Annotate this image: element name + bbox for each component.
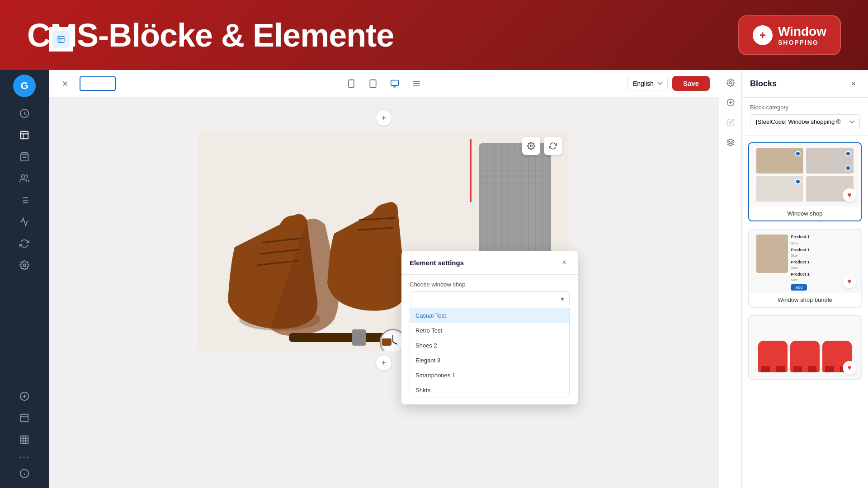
modal-close-btn[interactable]: ×	[559, 257, 570, 268]
heart-btn-2[interactable]: ♥	[843, 275, 856, 288]
device-icons-group	[343, 75, 425, 92]
dropdown-item-retro[interactable]: Retro Test	[410, 323, 569, 338]
blocks-title: Blocks	[750, 79, 777, 89]
blocks-panel: Blocks Block category [SteelCode] Window…	[741, 70, 868, 488]
blocks-category-section: Block category [SteelCode] Window shoppi…	[742, 98, 868, 136]
right-panel-icons	[719, 70, 741, 488]
dropdown-item-casual[interactable]: Casual Test	[410, 308, 569, 323]
svg-point-76	[530, 145, 533, 147]
save-button[interactable]: Save	[672, 76, 710, 91]
ws-logo: + Window SHOPPING	[738, 15, 841, 55]
add-row-bottom[interactable]	[376, 355, 392, 371]
svg-rect-72	[470, 139, 472, 202]
device-tablet[interactable]	[365, 75, 381, 92]
svg-rect-15	[21, 436, 28, 444]
svg-point-79	[729, 82, 731, 84]
rp-icon-layers[interactable]	[722, 134, 739, 150]
svg-point-10	[23, 264, 26, 267]
sidebar-icon-pages[interactable]	[14, 125, 34, 145]
bundle-add-btn[interactable]: Add	[791, 284, 807, 291]
sidebar-icon-users[interactable]	[14, 169, 34, 188]
sidebar-icon-home[interactable]	[14, 103, 34, 123]
blocks-close-btn[interactable]	[847, 77, 860, 90]
svg-point-3	[22, 175, 25, 178]
dropdown-item-shirts[interactable]: Shirts	[410, 383, 569, 398]
element-settings-modal: Element settings × Choose window shop ▼ …	[401, 251, 578, 404]
block-label-bundle: Window shop bundle	[749, 293, 861, 307]
sidebar-icon-sync[interactable]	[14, 234, 34, 253]
device-desktop[interactable]	[387, 75, 403, 92]
canvas-area: + + + + +	[49, 97, 719, 488]
editor-wrapper: G ··	[0, 70, 868, 488]
device-mobile[interactable]	[343, 75, 359, 92]
svg-rect-14	[21, 414, 28, 422]
sidebar-icon-settings[interactable]	[14, 255, 34, 275]
block-item-window-shop-bundle[interactable]: Product 1 Size Product 1 Size Product 1 …	[748, 229, 862, 308]
block-item-window-shop[interactable]: ♥ Window shop	[748, 142, 862, 221]
floating-strip	[49, 27, 73, 52]
svg-rect-47	[382, 338, 392, 346]
modal-title: Element settings	[410, 259, 464, 267]
ws-logo-main: Window	[778, 24, 826, 39]
header-banner: CMS-Blöcke & Elemente + Window SHOPPING	[0, 0, 868, 70]
heart-btn-3[interactable]: ♥	[843, 361, 856, 375]
sidebar-icon-info[interactable]	[14, 464, 34, 483]
svg-rect-19	[58, 36, 64, 42]
blocks-category-label: Block category	[750, 104, 860, 111]
block-controls	[522, 137, 562, 155]
heart-btn-1[interactable]: ♥	[843, 188, 856, 202]
sidebar-icon-add[interactable]	[14, 386, 34, 406]
window-shop-input[interactable]	[410, 291, 570, 306]
sidebar-icon-shop[interactable]	[14, 147, 34, 167]
modal-body: Choose window shop ▼ Casual Test Retro T…	[401, 275, 578, 404]
rp-icon-plus[interactable]	[722, 94, 739, 111]
language-select[interactable]: English	[627, 77, 668, 90]
svg-rect-1	[21, 131, 28, 139]
page-name-input[interactable]	[80, 76, 116, 91]
ws-logo-sub: SHOPPING	[778, 39, 826, 46]
block-settings-btn[interactable]	[522, 137, 540, 155]
strip-icon-layout[interactable]	[52, 31, 70, 48]
device-grid[interactable]	[408, 75, 425, 92]
svg-marker-83	[727, 139, 734, 143]
svg-rect-42	[352, 329, 366, 346]
add-row-top[interactable]	[376, 110, 392, 126]
dropdown-item-elegant3[interactable]: Elegant 3	[410, 353, 569, 368]
block-preview-window-shop: ♥	[749, 143, 861, 206]
svg-rect-24	[370, 80, 376, 87]
block-preview-bundle: Product 1 Size Product 1 Size Product 1 …	[749, 230, 861, 293]
svg-rect-22	[349, 80, 354, 87]
dropdown-item-shoes2[interactable]: Shoes 2	[410, 338, 569, 353]
editor-main: English Save	[49, 70, 719, 488]
modal-header: Element settings ×	[401, 251, 578, 275]
blocks-list: ♥ Window shop Product 1 Size Product 1 S…	[742, 136, 868, 488]
left-sidebar: G ··	[0, 70, 49, 488]
block-label-window-shop: Window shop	[749, 206, 861, 221]
blocks-category-select[interactable]: [SteelCode] Window shopping ®	[750, 114, 860, 129]
toolbar-right: English Save	[627, 76, 710, 91]
modal-input-wrap: ▼	[410, 291, 570, 306]
sidebar-more-dots: ···	[19, 451, 30, 462]
rp-icon-settings[interactable]	[722, 75, 739, 91]
block-item-chairs[interactable]: ♥	[748, 315, 862, 380]
sidebar-icon-table[interactable]	[14, 430, 34, 450]
dropdown-arrow-icon: ▼	[560, 296, 565, 302]
modal-choose-label: Choose window shop	[410, 281, 570, 288]
sidebar-icon-megaphone[interactable]	[14, 212, 34, 232]
dropdown-list: Casual Test Retro Test Shoes 2 Elegant 3…	[410, 308, 570, 398]
toolbar-close-btn[interactable]	[58, 76, 72, 91]
rp-icon-edit[interactable]	[722, 114, 739, 131]
top-toolbar: English Save	[49, 70, 719, 97]
sidebar-icon-list[interactable]	[14, 190, 34, 210]
ws-logo-icon: +	[753, 25, 773, 45]
blocks-header: Blocks	[742, 70, 868, 98]
block-preview-chairs: ♥	[749, 316, 861, 379]
svg-rect-26	[391, 80, 399, 85]
dropdown-item-smartphones1[interactable]: Smartphones 1	[410, 368, 569, 383]
sidebar-icon-template[interactable]	[14, 408, 34, 428]
page-title: CMS-Blöcke & Elemente	[27, 17, 394, 54]
app-logo[interactable]: G	[13, 75, 36, 97]
block-refresh-btn[interactable]	[544, 137, 562, 155]
